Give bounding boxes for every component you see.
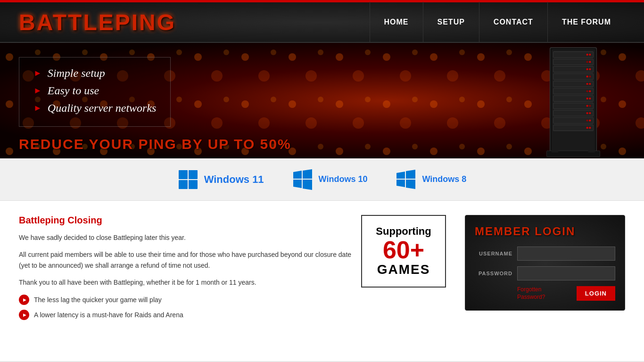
main-nav: HOME SETUP CONTACT THE FORUM	[370, 2, 625, 42]
svg-point-25	[586, 105, 588, 107]
games-badge-number: 60+	[372, 238, 436, 262]
hero-point-text-1: Simple setup	[48, 67, 105, 80]
svg-point-4	[586, 53, 588, 55]
svg-point-12	[589, 75, 591, 77]
svg-point-15	[589, 82, 591, 84]
svg-point-9	[589, 68, 591, 70]
svg-rect-38	[179, 170, 188, 179]
bullet-text-2: A lower latency is a must-have for Raids…	[34, 311, 183, 319]
svg-marker-45	[303, 180, 312, 190]
windows8-badge[interactable]: Windows 8	[396, 169, 466, 190]
svg-point-21	[589, 97, 591, 99]
svg-point-13	[586, 75, 588, 77]
arrow-icon-1: ►	[33, 68, 42, 78]
nav-setup[interactable]: SETUP	[423, 2, 479, 42]
bullet-icon-1: ▶	[19, 295, 29, 305]
svg-point-3	[589, 53, 591, 55]
forgot-password-link[interactable]: Forgotten Password?	[517, 286, 545, 301]
hero-point-text-3: Quality server networks	[48, 102, 157, 115]
password-row: PASSWORD	[475, 266, 615, 280]
hero-point-2: ► Easy to use	[33, 84, 156, 97]
windows11-logo	[178, 169, 198, 190]
arrow-icon-2: ►	[33, 86, 42, 96]
username-row: USERNAME	[475, 247, 615, 261]
svg-marker-42	[293, 171, 302, 179]
server-illustration	[503, 43, 644, 158]
bullet-item-2: ▶ A lower latency is a must-have for Rai…	[19, 310, 446, 320]
windows10-logo	[292, 169, 313, 190]
windows10-badge[interactable]: Windows 10	[292, 169, 368, 190]
nav-home[interactable]: HOME	[370, 2, 423, 42]
svg-point-24	[589, 105, 591, 107]
nav-contact[interactable]: CONTACT	[479, 2, 547, 42]
arrow-icon-3: ►	[33, 103, 42, 113]
site-header: BATTLEPING HOME SETUP CONTACT THE FORUM	[0, 2, 644, 43]
svg-point-31	[586, 119, 588, 121]
svg-marker-49	[406, 180, 415, 189]
member-login-title: MEMBER LOGIN	[475, 225, 615, 238]
games-badge-games: GAMES	[372, 262, 436, 277]
svg-rect-37	[588, 149, 595, 152]
hero-point-1: ► Simple setup	[33, 67, 156, 80]
svg-point-6	[589, 61, 591, 63]
bullet-item-1: ▶ The less lag the quicker your game wil…	[19, 295, 446, 305]
svg-point-7	[586, 61, 588, 63]
site-logo[interactable]: BATTLEPING	[19, 9, 176, 35]
hero-tagline: REDUCE YOUR PING BY UP TO 50%	[19, 136, 311, 152]
nav-forum[interactable]: THE FORUM	[547, 2, 625, 42]
svg-rect-39	[189, 170, 198, 179]
windows8-label: Windows 8	[422, 174, 466, 184]
windows-compatibility-bar: Windows 11 Windows 10 Windows 8	[0, 158, 644, 201]
windows10-label: Windows 10	[319, 174, 368, 184]
password-input[interactable]	[517, 266, 615, 280]
svg-point-28	[586, 112, 588, 114]
windows11-badge[interactable]: Windows 11	[178, 169, 264, 190]
hero-point-3: ► Quality server networks	[33, 102, 156, 115]
login-button[interactable]: LOGIN	[577, 286, 615, 301]
svg-point-34	[586, 127, 588, 129]
svg-marker-43	[303, 169, 312, 179]
bullet-text-1: The less lag the quicker your game will …	[34, 296, 162, 304]
svg-point-27	[589, 112, 591, 114]
username-label: USERNAME	[475, 251, 512, 256]
svg-marker-44	[293, 180, 302, 188]
login-footer: Forgotten Password? LOGIN	[475, 286, 615, 301]
windows8-logo	[396, 169, 416, 190]
hero-banner: ► Simple setup ► Easy to use ► Quality s…	[0, 43, 644, 158]
svg-marker-46	[396, 172, 405, 179]
username-input[interactable]	[517, 247, 615, 261]
svg-point-22	[586, 97, 588, 99]
login-column: MEMBER LOGIN USERNAME PASSWORD Forgotten…	[465, 215, 625, 347]
games-badge: Supporting 60+ GAMES	[361, 215, 446, 288]
svg-point-33	[589, 127, 591, 129]
server-rack-svg	[526, 44, 620, 157]
svg-point-30	[589, 119, 591, 121]
svg-rect-41	[189, 180, 198, 189]
article-column: Supporting 60+ GAMES Battleping Closing …	[19, 215, 465, 347]
svg-marker-47	[406, 170, 415, 179]
svg-marker-48	[396, 180, 405, 187]
hero-point-text-2: Easy to use	[48, 84, 99, 97]
windows11-label: Windows 11	[204, 173, 264, 186]
main-content-area: Supporting 60+ GAMES Battleping Closing …	[0, 201, 644, 361]
svg-point-18	[589, 90, 591, 92]
hero-feature-box: ► Simple setup ► Easy to use ► Quality s…	[19, 57, 171, 127]
bullet-icon-2: ▶	[19, 310, 29, 320]
member-login-panel: MEMBER LOGIN USERNAME PASSWORD Forgotten…	[465, 215, 625, 311]
svg-point-19	[586, 90, 588, 92]
svg-rect-40	[179, 180, 188, 189]
svg-point-10	[586, 68, 588, 70]
svg-rect-36	[552, 149, 558, 152]
hero-content: ► Simple setup ► Easy to use ► Quality s…	[0, 43, 330, 158]
svg-point-16	[586, 82, 588, 84]
password-label: PASSWORD	[475, 271, 512, 276]
